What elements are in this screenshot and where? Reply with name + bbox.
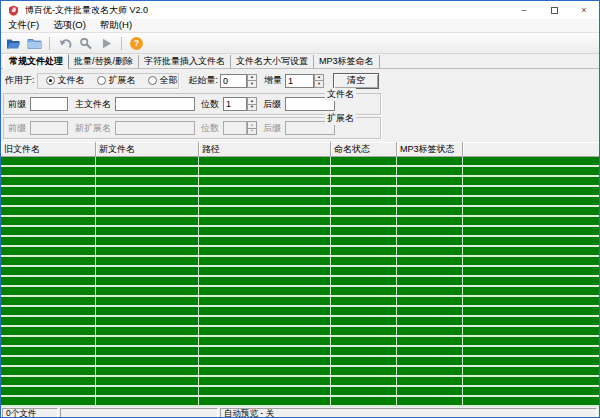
table-cell bbox=[96, 367, 199, 375]
radio-extension[interactable]: 扩展名 bbox=[97, 74, 136, 87]
radio-filename[interactable]: 文件名 bbox=[46, 74, 85, 87]
table-row[interactable] bbox=[1, 347, 599, 357]
table-cell bbox=[96, 297, 199, 305]
table-cell bbox=[397, 267, 463, 275]
spin-up-icon[interactable]: ▲ bbox=[247, 74, 257, 82]
table-cell bbox=[463, 327, 599, 335]
spin-up-icon[interactable]: ▲ bbox=[247, 97, 257, 105]
table-cell bbox=[463, 197, 599, 205]
spin-down-icon[interactable]: ▼ bbox=[247, 81, 257, 88]
main-name-input[interactable] bbox=[115, 97, 195, 111]
spin-up-icon[interactable]: ▲ bbox=[314, 74, 324, 82]
table-cell bbox=[397, 277, 463, 285]
start-value-input[interactable] bbox=[220, 74, 247, 88]
table-row[interactable] bbox=[1, 227, 599, 237]
column-header-path[interactable]: 路径 bbox=[199, 142, 331, 157]
tab-general-processing[interactable]: 常规文件处理 bbox=[3, 54, 69, 69]
table-row[interactable] bbox=[1, 207, 599, 217]
table-row[interactable] bbox=[1, 247, 599, 257]
table-cell bbox=[463, 397, 599, 405]
minimize-button[interactable]: – bbox=[509, 1, 539, 19]
prefix-input[interactable] bbox=[30, 97, 68, 111]
table-row[interactable] bbox=[1, 297, 599, 307]
table-body[interactable] bbox=[1, 157, 599, 407]
table-row[interactable] bbox=[1, 267, 599, 277]
table-cell bbox=[463, 297, 599, 305]
close-button[interactable]: × bbox=[569, 1, 599, 19]
table-cell bbox=[96, 277, 199, 285]
table-row[interactable] bbox=[1, 217, 599, 227]
table-row[interactable] bbox=[1, 387, 599, 397]
table-cell bbox=[96, 157, 199, 165]
table-row[interactable] bbox=[1, 377, 599, 387]
table-cell bbox=[331, 327, 397, 335]
table-row[interactable] bbox=[1, 197, 599, 207]
table-cell bbox=[199, 217, 331, 225]
radio-all[interactable]: 全部 bbox=[148, 74, 178, 87]
table-cell bbox=[199, 197, 331, 205]
spin-down-icon[interactable]: ▼ bbox=[247, 105, 257, 112]
table-row[interactable] bbox=[1, 287, 599, 297]
column-header-old-filename[interactable]: 旧文件名 bbox=[1, 142, 96, 157]
table-row[interactable] bbox=[1, 357, 599, 367]
tab-char-insert[interactable]: 字符批量插入文件名 bbox=[139, 55, 231, 68]
undo-button[interactable] bbox=[56, 35, 73, 52]
column-header-new-filename[interactable]: 新文件名 bbox=[96, 142, 199, 157]
column-header-mp3-tag-status[interactable]: MP3标签状态 bbox=[397, 142, 463, 157]
table-row[interactable] bbox=[1, 237, 599, 247]
table-cell bbox=[397, 367, 463, 375]
add-files-button[interactable] bbox=[26, 35, 43, 52]
column-header-rename-status[interactable]: 命名状态 bbox=[331, 142, 397, 157]
table-row[interactable] bbox=[1, 367, 599, 377]
open-folder-button[interactable] bbox=[5, 35, 22, 52]
start-value-spinner: ▲ ▼ bbox=[247, 74, 257, 88]
table-cell bbox=[96, 177, 199, 185]
table-cell bbox=[463, 257, 599, 265]
table-cell bbox=[463, 267, 599, 275]
undo-icon bbox=[58, 37, 72, 50]
table-row[interactable] bbox=[1, 327, 599, 337]
table-row[interactable] bbox=[1, 317, 599, 327]
help-button[interactable]: ? bbox=[128, 35, 145, 52]
table-cell bbox=[199, 157, 331, 165]
table-row[interactable] bbox=[1, 157, 599, 167]
table-cell bbox=[1, 287, 96, 295]
tab-case-settings[interactable]: 文件名大小写设置 bbox=[231, 55, 314, 68]
digits-spinner: ▲ ▼ bbox=[247, 97, 257, 111]
table-cell bbox=[397, 347, 463, 355]
digits-input[interactable] bbox=[223, 97, 247, 111]
menu-file[interactable]: 文件(F) bbox=[8, 19, 39, 32]
increment-input[interactable] bbox=[285, 74, 314, 88]
table-cell bbox=[1, 227, 96, 235]
table-row[interactable] bbox=[1, 167, 599, 177]
start-rename-button[interactable] bbox=[98, 35, 115, 52]
table-cell bbox=[463, 357, 599, 365]
tab-mp3-tag-rename[interactable]: MP3标签命名 bbox=[314, 55, 380, 68]
tab-batch-replace-delete[interactable]: 批量/替换/删除 bbox=[69, 55, 139, 68]
table-row[interactable] bbox=[1, 257, 599, 267]
table-cell bbox=[331, 337, 397, 345]
table-cell bbox=[96, 217, 199, 225]
table-cell bbox=[397, 337, 463, 345]
clear-button[interactable]: 清空 bbox=[333, 73, 379, 89]
table-row[interactable] bbox=[1, 187, 599, 197]
table-row[interactable] bbox=[1, 277, 599, 287]
table-cell bbox=[331, 187, 397, 195]
preview-button[interactable] bbox=[77, 35, 94, 52]
table-cell bbox=[397, 257, 463, 265]
filename-group-legend: 文件名 bbox=[325, 88, 356, 101]
prefix-label: 前缀 bbox=[8, 98, 26, 111]
spin-down-icon[interactable]: ▼ bbox=[314, 81, 324, 88]
menu-options[interactable]: 选项(O) bbox=[53, 19, 86, 32]
table-row[interactable] bbox=[1, 337, 599, 347]
table-cell bbox=[1, 167, 96, 175]
table-row[interactable] bbox=[1, 177, 599, 187]
maximize-button[interactable] bbox=[539, 1, 569, 19]
table-cell bbox=[96, 197, 199, 205]
table-row[interactable] bbox=[1, 397, 599, 407]
status-middle-panel bbox=[60, 408, 218, 418]
table-cell bbox=[463, 207, 599, 215]
table-row[interactable] bbox=[1, 307, 599, 317]
menu-help[interactable]: 帮助(H) bbox=[100, 19, 132, 32]
suffix-label: 后缀 bbox=[263, 98, 281, 111]
